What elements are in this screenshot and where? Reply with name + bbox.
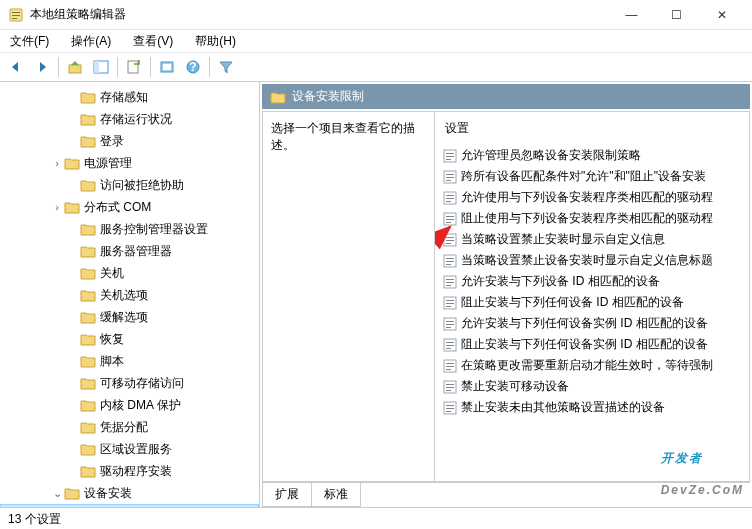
tree-item[interactable]: 内核 DMA 保护	[0, 394, 259, 416]
setting-item[interactable]: 允许管理员忽略设备安装限制策略	[441, 145, 749, 166]
tree-label: 登录	[100, 133, 124, 150]
setting-label: 允许管理员忽略设备安装限制策略	[461, 147, 641, 164]
tree-item[interactable]: 驱动程序安装	[0, 460, 259, 482]
export-button[interactable]	[122, 55, 146, 79]
svg-rect-47	[446, 327, 451, 328]
setting-item[interactable]: 跨所有设备匹配条件对"允许"和"阻止"设备安装	[441, 166, 749, 187]
tab-standard[interactable]: 标准	[311, 483, 361, 507]
svg-rect-55	[446, 369, 451, 370]
svg-rect-58	[446, 387, 454, 388]
svg-rect-7	[128, 61, 138, 73]
tree-item[interactable]: 登录	[0, 130, 259, 152]
statusbar: 13 个设置	[0, 507, 752, 529]
svg-rect-29	[446, 237, 454, 238]
tree-item[interactable]: ›电源管理	[0, 152, 259, 174]
tree-label: 服务控制管理器设置	[100, 221, 208, 238]
tree-label: 关机选项	[100, 287, 148, 304]
svg-rect-33	[446, 258, 454, 259]
tree-pane[interactable]: 存储感知存储运行状况登录›电源管理访问被拒绝协助›分布式 COM服务控制管理器设…	[0, 82, 260, 507]
svg-rect-53	[446, 363, 454, 364]
setting-item[interactable]: 禁止安装可移动设备	[441, 376, 749, 397]
tree-label: 驱动程序安装	[100, 463, 172, 480]
setting-item[interactable]: 当策略设置禁止安装时显示自定义信息	[441, 229, 749, 250]
menubar: 文件(F) 操作(A) 查看(V) 帮助(H)	[0, 30, 752, 52]
tree-item[interactable]: 存储感知	[0, 86, 259, 108]
tree-label: 恢复	[100, 331, 124, 348]
tree-item[interactable]: 关机选项	[0, 284, 259, 306]
setting-item[interactable]: 禁止安装未由其他策略设置描述的设备	[441, 397, 749, 418]
setting-item[interactable]: 阻止使用与下列设备安装程序类相匹配的驱动程	[441, 208, 749, 229]
help-button[interactable]: ?	[181, 55, 205, 79]
tree-item[interactable]: 设备安装限制	[0, 504, 259, 507]
svg-rect-50	[446, 345, 454, 346]
tree-item[interactable]: 脚本	[0, 350, 259, 372]
setting-label: 在策略更改需要重新启动才能生效时，等待强制	[461, 357, 713, 374]
tree-label: 设备安装限制	[117, 507, 189, 508]
setting-item[interactable]: 在策略更改需要重新启动才能生效时，等待强制	[441, 355, 749, 376]
svg-rect-4	[69, 65, 81, 73]
svg-rect-9	[163, 64, 171, 70]
tab-extended[interactable]: 扩展	[262, 483, 312, 507]
up-button[interactable]	[63, 55, 87, 79]
minimize-button[interactable]: —	[609, 0, 654, 30]
tree-label: 设备安装	[84, 485, 132, 502]
close-button[interactable]: ✕	[699, 0, 744, 30]
menu-action[interactable]: 操作(A)	[67, 31, 115, 52]
refresh-button[interactable]	[155, 55, 179, 79]
setting-item[interactable]: 允许安装与下列设备 ID 相匹配的设备	[441, 271, 749, 292]
tree-twisty[interactable]: ›	[50, 201, 64, 213]
tree-item[interactable]: 缓解选项	[0, 306, 259, 328]
settings-column-header[interactable]: 设置	[441, 118, 749, 145]
tree-item[interactable]: 凭据分配	[0, 416, 259, 438]
forward-button[interactable]	[30, 55, 54, 79]
svg-rect-30	[446, 240, 454, 241]
maximize-button[interactable]: ☐	[654, 0, 699, 30]
app-icon	[8, 7, 24, 23]
svg-rect-38	[446, 282, 454, 283]
tree-item[interactable]: 服务器管理器	[0, 240, 259, 262]
tree-label: 访问被拒绝协助	[100, 177, 184, 194]
toolbar-separator	[150, 57, 151, 77]
svg-rect-19	[446, 180, 451, 181]
svg-rect-15	[446, 159, 451, 160]
description-pane: 选择一个项目来查看它的描述。	[263, 112, 435, 481]
tree-twisty[interactable]: ›	[50, 157, 64, 169]
tree-item[interactable]: 关机	[0, 262, 259, 284]
menu-help[interactable]: 帮助(H)	[191, 31, 240, 52]
tree-item[interactable]: 服务控制管理器设置	[0, 218, 259, 240]
tree-label: 可移动存储访问	[100, 375, 184, 392]
show-hide-tree-button[interactable]	[89, 55, 113, 79]
tree-label: 电源管理	[84, 155, 132, 172]
svg-rect-62	[446, 408, 454, 409]
status-text: 13 个设置	[8, 512, 61, 526]
setting-item[interactable]: 允许使用与下列设备安装程序类相匹配的驱动程	[441, 187, 749, 208]
svg-rect-6	[94, 61, 99, 73]
tree-item[interactable]: 区域设置服务	[0, 438, 259, 460]
menu-view[interactable]: 查看(V)	[129, 31, 177, 52]
filter-button[interactable]	[214, 55, 238, 79]
svg-rect-54	[446, 366, 454, 367]
tree-item[interactable]: 恢复	[0, 328, 259, 350]
setting-item[interactable]: 阻止安装与下列任何设备 ID 相匹配的设备	[441, 292, 749, 313]
tree-item[interactable]: ⌄设备安装	[0, 482, 259, 504]
folder-icon	[270, 90, 286, 104]
setting-item[interactable]: 阻止安装与下列任何设备实例 ID 相匹配的设备	[441, 334, 749, 355]
setting-label: 阻止安装与下列任何设备实例 ID 相匹配的设备	[461, 336, 708, 353]
setting-item[interactable]: 当策略设置禁止设备安装时显示自定义信息标题	[441, 250, 749, 271]
tree-twisty[interactable]: ⌄	[50, 487, 64, 500]
svg-text:?: ?	[189, 60, 196, 74]
window-title: 本地组策略编辑器	[30, 6, 609, 23]
main-content: 存储感知存储运行状况登录›电源管理访问被拒绝协助›分布式 COM服务控制管理器设…	[0, 82, 752, 507]
menu-file[interactable]: 文件(F)	[6, 31, 53, 52]
right-pane: 设备安装限制 选择一个项目来查看它的描述。 设置 允许管理员忽略设备安装限制策略…	[260, 82, 752, 507]
svg-rect-39	[446, 285, 451, 286]
tree-item[interactable]: 可移动存储访问	[0, 372, 259, 394]
back-button[interactable]	[4, 55, 28, 79]
svg-rect-34	[446, 261, 454, 262]
setting-item[interactable]: 允许安装与下列任何设备实例 ID 相匹配的设备	[441, 313, 749, 334]
svg-rect-14	[446, 156, 454, 157]
tree-item[interactable]: ›分布式 COM	[0, 196, 259, 218]
setting-label: 跨所有设备匹配条件对"允许"和"阻止"设备安装	[461, 168, 706, 185]
tree-item[interactable]: 存储运行状况	[0, 108, 259, 130]
tree-item[interactable]: 访问被拒绝协助	[0, 174, 259, 196]
